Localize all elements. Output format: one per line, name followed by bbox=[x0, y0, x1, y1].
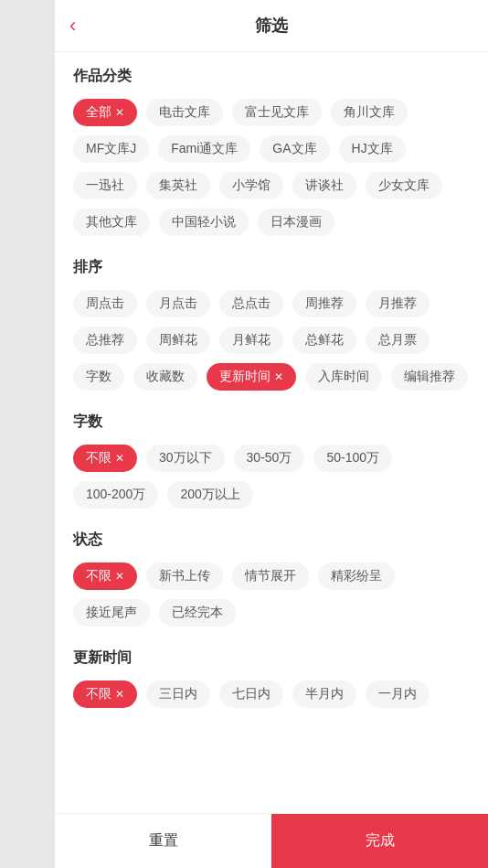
tag-7[interactable]: 月鲜花 bbox=[219, 327, 283, 354]
background-left bbox=[0, 0, 55, 868]
tag-6[interactable]: GA文库 bbox=[260, 135, 329, 163]
close-icon: ✕ bbox=[115, 452, 124, 465]
tag-2[interactable]: 情节展开 bbox=[232, 563, 309, 590]
filter-content: 作品分类 全部✕电击文库富士见文库角川文库MF文库JFami通文库GA文库HJ文… bbox=[55, 52, 488, 813]
tag-10[interactable]: 字数 bbox=[73, 363, 124, 391]
tag-1[interactable]: 新书上传 bbox=[146, 563, 223, 590]
reset-button[interactable]: 重置 bbox=[55, 814, 271, 868]
tag-3[interactable]: 半月内 bbox=[292, 680, 356, 708]
tag-5[interactable]: Fami通文库 bbox=[158, 135, 250, 163]
category-tags: 全部✕电击文库富士见文库角川文库MF文库JFami通文库GA文库HJ文库一迅社集… bbox=[73, 99, 470, 236]
tag-13[interactable]: 入库时间 bbox=[305, 363, 382, 391]
tag-10[interactable]: 小学馆 bbox=[219, 172, 283, 199]
back-icon: ‹ bbox=[69, 14, 76, 37]
tag-8[interactable]: 总鲜花 bbox=[292, 327, 356, 354]
tag-0[interactable]: 周点击 bbox=[73, 290, 137, 317]
tag-4[interactable]: 100-200万 bbox=[73, 481, 158, 509]
tag-5[interactable]: 已经完本 bbox=[159, 599, 236, 627]
tag-14[interactable]: 编辑推荐 bbox=[391, 363, 468, 391]
tag-11[interactable]: 收藏数 bbox=[133, 363, 197, 391]
confirm-button[interactable]: 完成 bbox=[271, 814, 488, 868]
tag-1[interactable]: 三日内 bbox=[146, 680, 210, 708]
tag-9[interactable]: 总月票 bbox=[366, 327, 430, 354]
panel-header: ‹ 筛选 bbox=[55, 0, 488, 52]
filter-panel: ‹ 筛选 作品分类 全部✕电击文库富士见文库角川文库MF文库JFami通文库GA… bbox=[55, 0, 488, 868]
sort-section: 排序 周点击月点击总点击周推荐月推荐总推荐周鲜花月鲜花总鲜花总月票字数收藏数更新… bbox=[73, 258, 470, 391]
tag-2[interactable]: 七日内 bbox=[219, 680, 283, 708]
tag-14[interactable]: 中国轻小说 bbox=[159, 209, 249, 236]
tag-1[interactable]: 月点击 bbox=[146, 290, 210, 317]
tag-2[interactable]: 30-50万 bbox=[234, 445, 305, 472]
close-icon: ✕ bbox=[115, 570, 124, 583]
tag-2[interactable]: 富士见文库 bbox=[232, 99, 322, 126]
tag-0[interactable]: 不限✕ bbox=[73, 445, 137, 472]
tag-4[interactable]: 一月内 bbox=[366, 680, 430, 708]
tag-1[interactable]: 电击文库 bbox=[146, 99, 223, 126]
sort-title: 排序 bbox=[73, 258, 470, 277]
status-section: 状态 不限✕新书上传情节展开精彩纷呈接近尾声已经完本 bbox=[73, 530, 470, 627]
update-time-tags: 不限✕三日内七日内半月内一月内 bbox=[73, 680, 470, 708]
wordcount-tags: 不限✕30万以下30-50万50-100万100-200万200万以上 bbox=[73, 445, 470, 509]
category-title: 作品分类 bbox=[73, 67, 470, 86]
tag-6[interactable]: 周鲜花 bbox=[146, 327, 210, 354]
back-button[interactable]: ‹ bbox=[69, 14, 76, 38]
tag-2[interactable]: 总点击 bbox=[219, 290, 283, 317]
status-tags: 不限✕新书上传情节展开精彩纷呈接近尾声已经完本 bbox=[73, 563, 470, 627]
tag-7[interactable]: HJ文库 bbox=[339, 135, 406, 163]
update-time-section: 更新时间 不限✕三日内七日内半月内一月内 bbox=[73, 648, 470, 708]
close-icon: ✕ bbox=[115, 688, 124, 701]
category-section: 作品分类 全部✕电击文库富士见文库角川文库MF文库JFami通文库GA文库HJ文… bbox=[73, 67, 470, 236]
sort-tags: 周点击月点击总点击周推荐月推荐总推荐周鲜花月鲜花总鲜花总月票字数收藏数更新时间✕… bbox=[73, 290, 470, 391]
tag-5[interactable]: 总推荐 bbox=[73, 327, 137, 354]
tag-15[interactable]: 日本漫画 bbox=[258, 209, 334, 236]
tag-0[interactable]: 全部✕ bbox=[73, 99, 137, 126]
tag-3[interactable]: 精彩纷呈 bbox=[318, 563, 395, 590]
tag-3[interactable]: 周推荐 bbox=[292, 290, 356, 317]
wordcount-title: 字数 bbox=[73, 413, 470, 432]
status-title: 状态 bbox=[73, 530, 470, 550]
tag-13[interactable]: 其他文库 bbox=[73, 209, 150, 236]
tag-1[interactable]: 30万以下 bbox=[146, 445, 225, 472]
close-icon: ✕ bbox=[115, 106, 124, 119]
tag-3[interactable]: 50-100万 bbox=[313, 445, 392, 472]
close-icon: ✕ bbox=[274, 370, 283, 383]
tag-4[interactable]: 月推荐 bbox=[366, 290, 430, 317]
tag-4[interactable]: MF文库J bbox=[73, 135, 149, 163]
footer: 重置 完成 bbox=[55, 813, 488, 868]
tag-3[interactable]: 角川文库 bbox=[331, 99, 408, 126]
tag-12[interactable]: 更新时间✕ bbox=[207, 363, 296, 391]
tag-11[interactable]: 讲谈社 bbox=[292, 172, 356, 199]
tag-8[interactable]: 一迅社 bbox=[73, 172, 137, 199]
tag-0[interactable]: 不限✕ bbox=[73, 680, 137, 708]
tag-0[interactable]: 不限✕ bbox=[73, 563, 137, 590]
tag-12[interactable]: 少女文库 bbox=[366, 172, 442, 199]
update-time-title: 更新时间 bbox=[73, 648, 470, 668]
page-title: 筛选 bbox=[255, 15, 288, 37]
tag-5[interactable]: 200万以上 bbox=[167, 481, 252, 509]
tag-9[interactable]: 集英社 bbox=[146, 172, 210, 199]
wordcount-section: 字数 不限✕30万以下30-50万50-100万100-200万200万以上 bbox=[73, 413, 470, 509]
tag-4[interactable]: 接近尾声 bbox=[73, 599, 150, 627]
